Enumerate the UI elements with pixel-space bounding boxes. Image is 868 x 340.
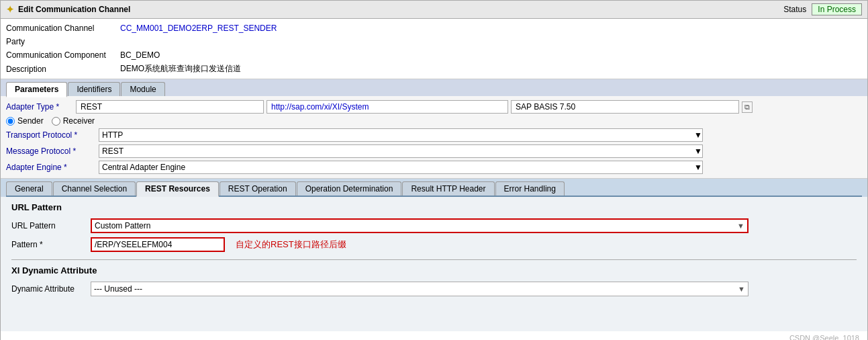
pattern-input[interactable] xyxy=(92,239,224,251)
adapter-url2: SAP BASIS 7.50 xyxy=(511,100,739,114)
url-pattern-input-wrap: ▼ xyxy=(91,218,749,233)
tab-general[interactable]: General xyxy=(6,181,52,196)
main-window: ✦ Edit Communication Channel Status In P… xyxy=(0,0,868,340)
transport-input[interactable] xyxy=(99,129,694,141)
status-value: In Process xyxy=(812,3,862,15)
window-icon: ✦ xyxy=(6,4,14,15)
status-label: Status xyxy=(783,5,806,14)
transport-dropdown-icon[interactable]: ▼ xyxy=(694,130,702,140)
watermark-text: CSDN @Seele_1018 xyxy=(789,334,859,340)
form-row-channel: Communication Channel CC_MM001_DEMO2ERP_… xyxy=(6,22,862,35)
tab-rest-operation[interactable]: REST Operation xyxy=(220,181,296,196)
sender-label: Sender xyxy=(17,116,44,126)
channel-value: CC_MM001_DEMO2ERP_REST_SENDER xyxy=(120,24,277,33)
message-label: Message Protocol * xyxy=(6,146,93,156)
receiver-radio-item[interactable]: Receiver xyxy=(52,116,95,126)
adapter-type-label: Adapter Type * xyxy=(6,102,73,112)
url-pattern-row: URL Pattern ▼ xyxy=(11,216,857,235)
dynamic-attr-dropdown-icon[interactable]: ▼ xyxy=(735,285,748,293)
component-label: Communication Component xyxy=(6,50,120,60)
form-row-party: Party xyxy=(6,35,862,48)
tab-error-handling[interactable]: Error Handling xyxy=(495,181,565,196)
engine-input[interactable] xyxy=(99,161,694,173)
status-area: Status In Process xyxy=(783,3,862,15)
form-row-description: Description DEMO系统航班查询接口发送信道 xyxy=(6,62,862,76)
url-pattern-label: URL Pattern xyxy=(11,221,85,230)
tab-operation-determination[interactable]: Operation Determination xyxy=(297,181,402,196)
pattern-label: Pattern * xyxy=(11,240,85,249)
dynamic-attr-input[interactable] xyxy=(91,283,735,295)
message-row: Message Protocol * ▼ xyxy=(6,143,862,159)
message-dropdown-icon[interactable]: ▼ xyxy=(694,146,702,156)
description-label: Description xyxy=(6,65,120,74)
title-bar: ✦ Edit Communication Channel Status In P… xyxy=(1,1,867,19)
dynamic-attr-input-wrap: ▼ xyxy=(91,282,749,296)
sender-radio-item[interactable]: Sender xyxy=(6,116,44,126)
tab-module[interactable]: Module xyxy=(121,82,164,96)
adapter-type-value: REST xyxy=(76,100,264,114)
component-value: BC_DEMO xyxy=(120,50,160,60)
receiver-label: Receiver xyxy=(63,116,95,126)
copy-icon[interactable]: ⧉ xyxy=(742,101,753,113)
engine-field: ▼ xyxy=(99,161,703,174)
description-value: DEMO系统航班查询接口发送信道 xyxy=(120,63,241,75)
adapter-section: Adapter Type * REST http://sap.com/xi/XI… xyxy=(1,96,867,179)
message-input[interactable] xyxy=(99,145,694,157)
dynamic-attr-label: Dynamic Attribute xyxy=(11,284,85,294)
content-area: URL Pattern URL Pattern ▼ Pattern * 自定义的… xyxy=(1,197,867,331)
sub-tabs-outer: General Channel Selection REST Resources… xyxy=(1,179,867,197)
sender-receiver-group: Sender Receiver xyxy=(6,115,862,127)
tab-parameters[interactable]: Parameters xyxy=(6,82,67,97)
pattern-input-wrap xyxy=(91,237,225,252)
transport-field: ▼ xyxy=(99,128,703,142)
form-row-component: Communication Component BC_DEMO xyxy=(6,48,862,62)
transport-row: Transport Protocol * ▼ xyxy=(6,127,862,143)
section1-title: URL Pattern xyxy=(11,202,857,212)
party-label: Party xyxy=(6,37,120,46)
transport-label: Transport Protocol * xyxy=(6,130,93,140)
dynamic-attr-row: Dynamic Attribute ▼ xyxy=(11,280,857,298)
url-pattern-dropdown-icon[interactable]: ▼ xyxy=(734,222,747,230)
form-area: Communication Channel CC_MM001_DEMO2ERP_… xyxy=(1,19,867,79)
tab-channel-selection[interactable]: Channel Selection xyxy=(53,181,136,196)
footer-watermark: CSDN @Seele_1018 xyxy=(1,331,867,340)
window-title: Edit Communication Channel xyxy=(18,5,130,14)
adapter-fields: REST http://sap.com/xi/XI/System SAP BAS… xyxy=(76,100,862,114)
section-divider xyxy=(11,259,857,260)
message-field: ▼ xyxy=(99,144,703,158)
url-pattern-input[interactable] xyxy=(92,220,734,232)
adapter-url1: http://sap.com/xi/XI/System xyxy=(267,100,508,114)
adapter-type-row: Adapter Type * REST http://sap.com/xi/XI… xyxy=(6,99,862,115)
engine-row: Adapter Engine * ▼ xyxy=(6,159,862,175)
tab-rest-resources[interactable]: REST Resources xyxy=(136,181,219,197)
section2-title: XI Dynamic Attribute xyxy=(11,265,857,275)
tab-identifiers[interactable]: Identifiers xyxy=(68,82,120,96)
engine-label: Adapter Engine * xyxy=(6,163,93,172)
engine-dropdown-icon[interactable]: ▼ xyxy=(694,163,702,172)
main-tabs-bar: Parameters Identifiers Module xyxy=(1,79,867,96)
tab-result-http-header[interactable]: Result HTTP Header xyxy=(402,181,494,196)
pattern-hint: 自定义的REST接口路径后缀 xyxy=(236,239,346,251)
title-bar-left: ✦ Edit Communication Channel xyxy=(6,4,130,15)
receiver-radio[interactable] xyxy=(52,117,60,126)
channel-label: Communication Channel xyxy=(6,24,120,33)
sender-radio[interactable] xyxy=(6,117,15,126)
pattern-row: Pattern * 自定义的REST接口路径后缀 xyxy=(11,235,857,254)
